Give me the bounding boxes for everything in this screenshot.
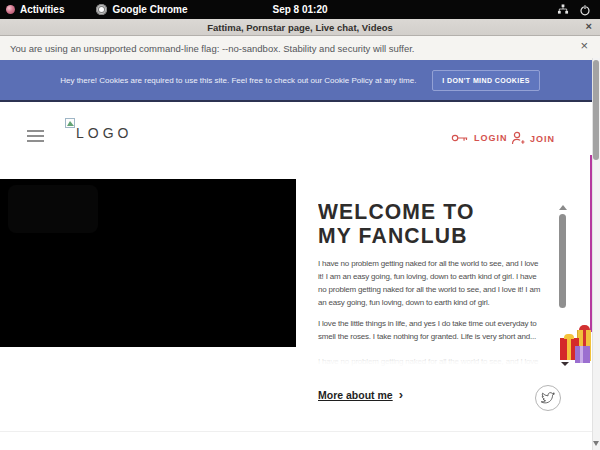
infobar-message: You are using an unsupported command-lin… xyxy=(10,43,415,54)
text-fade-overlay xyxy=(318,352,543,369)
activities-button[interactable]: Activities xyxy=(0,0,70,19)
page-scroll-down-arrow-icon[interactable] xyxy=(593,441,599,446)
system-tray xyxy=(557,4,600,16)
app-menu-label: Google Chrome xyxy=(112,4,187,15)
window-title-bar: Fattima, Pornstar page, Live chat, Video… xyxy=(0,19,600,36)
more-about-me-label: More about me xyxy=(318,389,393,401)
inner-scrollbar-thumb[interactable] xyxy=(559,214,566,308)
broken-image-icon xyxy=(65,118,75,128)
sandbox-warning-infobar: You are using an unsupported command-lin… xyxy=(0,36,600,60)
window-close-button[interactable]: × xyxy=(586,20,592,32)
network-icon[interactable] xyxy=(557,4,569,15)
inner-scroll-up-arrow-icon[interactable] xyxy=(559,205,567,210)
add-user-icon xyxy=(511,131,525,146)
cookie-message: Hey there! Cookies are required to use t… xyxy=(60,76,416,85)
join-label: JOIN xyxy=(530,134,555,144)
recording-indicator-icon xyxy=(6,5,15,14)
page-scrollbar-thumb[interactable] xyxy=(593,60,599,160)
twitter-button[interactable] xyxy=(535,385,561,411)
bio-paragraph: I have no problem getting naked for all … xyxy=(318,257,543,309)
twitter-icon xyxy=(541,391,555,405)
key-icon xyxy=(451,132,469,144)
logo-label: LOGO xyxy=(76,125,132,141)
infobar-close-button[interactable]: × xyxy=(580,39,588,52)
page-title: WELCOME TO MY FANCLUB xyxy=(318,200,510,248)
activities-label: Activities xyxy=(20,4,64,15)
gift-tag-mark xyxy=(561,362,569,366)
app-menu-google-chrome[interactable]: Google Chrome xyxy=(90,0,193,19)
chevron-right-icon: › xyxy=(399,388,403,401)
cookie-banner: Hey there! Cookies are required to use t… xyxy=(0,60,600,102)
site-logo[interactable]: LOGO xyxy=(64,118,132,141)
bio-paragraph: I love the little things in life, and ye… xyxy=(318,317,543,343)
cookie-accept-button[interactable]: I DON'T MIND COOKIES xyxy=(432,70,539,91)
system-top-bar: Activities Google Chrome Sep 8 01:20 xyxy=(0,0,600,19)
clock[interactable]: Sep 8 01:20 xyxy=(272,0,327,19)
join-button[interactable]: JOIN xyxy=(511,131,555,146)
clock-label: Sep 8 01:20 xyxy=(272,4,327,15)
power-icon[interactable] xyxy=(579,4,591,16)
menu-hamburger-button[interactable] xyxy=(27,130,44,143)
window-title: Fattima, Pornstar page, Live chat, Video… xyxy=(207,22,393,33)
more-about-me-link[interactable]: More about me › xyxy=(318,388,403,401)
section-divider xyxy=(0,431,592,432)
gift-box-purple-icon xyxy=(575,346,590,363)
login-button[interactable]: LOGIN xyxy=(451,132,508,144)
video-player-pane[interactable] xyxy=(0,179,296,347)
login-label: LOGIN xyxy=(474,133,508,143)
chrome-icon xyxy=(96,4,107,15)
